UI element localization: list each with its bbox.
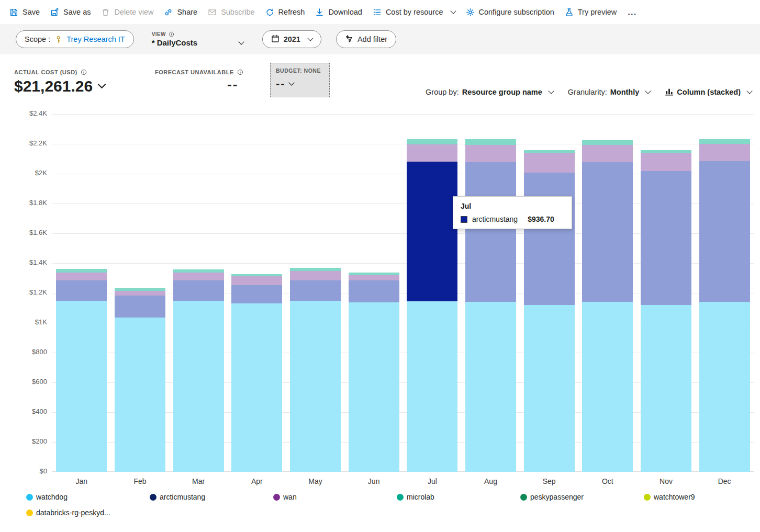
legend-item-watchdog[interactable]: watchdog xyxy=(26,493,150,501)
granularity-selector[interactable]: Granularity: Monthly xyxy=(568,88,651,96)
toolbar-more[interactable]: … xyxy=(627,7,636,18)
bar-segment-watchdog[interactable] xyxy=(641,305,691,472)
bar-segment-watchdog[interactable] xyxy=(465,302,516,472)
bar-segment-microlab[interactable] xyxy=(115,288,165,291)
bar-segment-arcticmustang[interactable] xyxy=(407,162,457,301)
toolbar-subscribe[interactable]: Subscribe xyxy=(208,8,254,17)
y-axis-label: $200 xyxy=(0,437,47,445)
bar-segment-watchdog[interactable] xyxy=(349,302,399,472)
view-label: VIEW xyxy=(152,31,166,37)
legend-item-watchtower9[interactable]: watchtower9 xyxy=(644,493,760,501)
toolbar-refresh[interactable]: Refresh xyxy=(265,8,305,17)
bar-segment-wan[interactable] xyxy=(115,291,165,296)
bar-segment-microlab[interactable] xyxy=(465,139,516,145)
date-range-selector[interactable]: 2021 xyxy=(262,30,321,48)
bar-segment-microlab[interactable] xyxy=(699,139,750,144)
bar-segment-microlab[interactable] xyxy=(290,268,341,271)
toolbar-share[interactable]: Share xyxy=(164,8,197,17)
bar-segment-wan[interactable] xyxy=(465,145,516,162)
toolbar-save-as[interactable]: Save as xyxy=(50,8,91,17)
toolbar-download[interactable]: Download xyxy=(315,8,362,17)
toolbar-delete-view[interactable]: Delete view xyxy=(101,8,153,17)
bar-segment-watchdog[interactable] xyxy=(231,303,282,472)
bar-segment-arcticmustang[interactable] xyxy=(582,162,633,302)
x-axis-label: Jul xyxy=(403,477,462,485)
toolbar-configure-subscription[interactable]: Configure subscription xyxy=(466,8,554,17)
budget-kpi[interactable]: BUDGET: NONE -- xyxy=(270,63,330,97)
bar-segment-watchdog[interactable] xyxy=(56,301,107,472)
legend-item-wan[interactable]: wan xyxy=(273,493,397,501)
y-axis-label: $0 xyxy=(0,467,47,475)
toolbar-save[interactable]: Save xyxy=(9,8,40,17)
bar-segment-microlab[interactable] xyxy=(582,140,633,145)
bar-segment-arcticmustang[interactable] xyxy=(524,173,575,305)
legend-item-peskypassenger[interactable]: peskypassenger xyxy=(520,493,644,501)
legend-item-databricks-rg-peskyd[interactable]: databricks-rg-peskyd... xyxy=(26,508,150,517)
cost-analysis-page: SaveSave asDelete viewShareSubscribeRefr… xyxy=(0,0,760,532)
bar-segment-wan[interactable] xyxy=(641,153,691,171)
bar-segment-microlab[interactable] xyxy=(349,273,399,275)
legend-item-microlab[interactable]: microlab xyxy=(397,493,520,501)
add-filter-button[interactable]: Add filter xyxy=(336,30,396,48)
y-axis-label: $1.4K xyxy=(0,258,47,266)
bar-segment-wan[interactable] xyxy=(349,275,399,280)
bar-segment-microlab[interactable] xyxy=(56,269,107,273)
toolbar-cost-by-resource[interactable]: Cost by resource xyxy=(373,8,455,17)
x-axis-label: Aug xyxy=(462,477,520,485)
toolbar-try-preview[interactable]: Try preview xyxy=(565,8,617,17)
chart-legend: watchdogarcticmustangwanmicrolabpeskypas… xyxy=(26,493,756,517)
bar-segment-watchdog[interactable] xyxy=(407,301,457,472)
bar-segment-watchdog[interactable] xyxy=(115,318,165,472)
bar-segment-microlab[interactable] xyxy=(641,150,691,153)
bar-segment-arcticmustang[interactable] xyxy=(699,161,750,302)
bar-segment-arcticmustang[interactable] xyxy=(231,285,282,303)
bar-segment-microlab[interactable] xyxy=(231,274,282,276)
bar-segment-microlab[interactable] xyxy=(524,150,575,153)
actual-cost-label: ACTUAL COST (USD) xyxy=(14,69,77,75)
legend-label: watchtower9 xyxy=(654,493,695,501)
bar-segment-watchdog[interactable] xyxy=(524,305,575,472)
chevron-down-icon xyxy=(98,80,106,88)
bar-segment-wan[interactable] xyxy=(582,145,633,162)
bar-segment-watchdog[interactable] xyxy=(290,301,341,472)
bar-segment-arcticmustang[interactable] xyxy=(290,280,341,301)
group-by-selector[interactable]: Group by: Resource group name xyxy=(426,88,553,96)
bar-segment-wan[interactable] xyxy=(699,144,750,161)
bar-segment-wan[interactable] xyxy=(173,273,224,280)
toolbar-save-as-label: Save as xyxy=(63,8,91,16)
bar-segment-watchdog[interactable] xyxy=(173,301,224,472)
bar-segment-wan[interactable] xyxy=(56,273,107,280)
bar-segment-microlab[interactable] xyxy=(407,139,457,144)
bar-segment-arcticmustang[interactable] xyxy=(173,280,224,301)
bars xyxy=(52,114,754,472)
bar-segment-microlab[interactable] xyxy=(173,269,224,273)
legend-dot xyxy=(644,494,651,501)
bar-segment-watchdog[interactable] xyxy=(699,302,750,472)
forecast-label: FORECAST UNAVAILABLE xyxy=(155,69,234,75)
bar-segment-wan[interactable] xyxy=(290,271,341,280)
tooltip-swatch xyxy=(461,216,467,223)
x-axis-label: Feb xyxy=(111,477,170,485)
chart-type-selector[interactable]: Column (stacked) xyxy=(665,87,752,97)
bar-segment-wan[interactable] xyxy=(231,276,282,285)
bar-segment-wan[interactable] xyxy=(524,153,575,173)
x-axis-label: Jun xyxy=(344,477,403,485)
refresh-icon xyxy=(265,8,274,17)
bar-segment-arcticmustang[interactable] xyxy=(465,162,516,302)
bar-segment-arcticmustang[interactable] xyxy=(641,171,691,305)
x-axis-label: Dec xyxy=(695,477,754,485)
bar-segment-arcticmustang[interactable] xyxy=(349,280,399,302)
legend-item-arcticmustang[interactable]: arcticmustang xyxy=(150,493,273,501)
toolbar-configure-subscription-label: Configure subscription xyxy=(479,8,554,16)
bar-segment-watchdog[interactable] xyxy=(582,302,633,472)
bar-segment-wan[interactable] xyxy=(407,144,457,162)
actual-cost-kpi[interactable]: ACTUAL COST (USD) $21,261.26 xyxy=(14,69,105,95)
y-axis-label: $2.2K xyxy=(0,139,47,147)
calendar-icon xyxy=(271,35,280,44)
bar-segment-arcticmustang[interactable] xyxy=(56,280,107,301)
view-selector[interactable]: VIEW * DailyCosts xyxy=(152,31,249,47)
legend-label: peskypassenger xyxy=(530,493,584,501)
x-axis-label: Mar xyxy=(169,477,228,485)
scope-selector[interactable]: Scope : Trey Research IT xyxy=(16,30,134,48)
bar-segment-arcticmustang[interactable] xyxy=(115,296,165,318)
